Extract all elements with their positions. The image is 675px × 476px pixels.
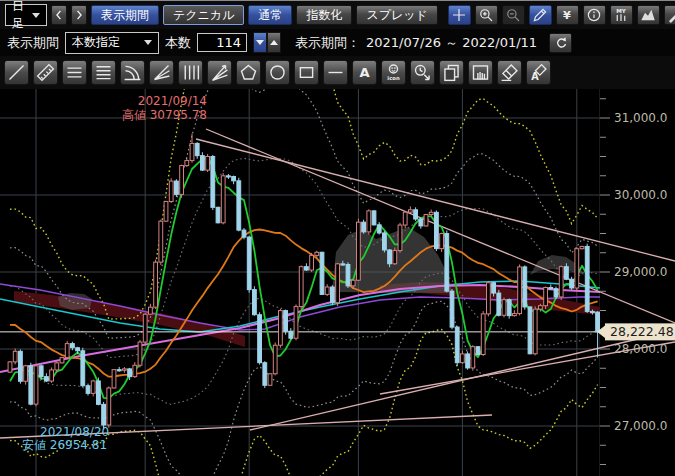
chart-annotation: 高値 30795.78 [122,108,207,122]
candle [507,300,511,316]
indexed-button[interactable]: 指数化 [296,5,352,25]
candle [591,311,595,312]
count-input[interactable] [197,33,247,52]
candle [450,291,454,327]
toolbar-text-buttons: 表示期間テクニカル通常指数化スプレッド [91,5,438,25]
chevron-left-icon [52,8,66,22]
text-tool-button[interactable]: A [352,60,377,85]
vertical-lines-tool-button[interactable] [178,60,203,85]
triangle-down-icon [256,40,264,45]
candle [533,309,537,354]
count-increment-button[interactable] [267,32,281,53]
info-button[interactable] [583,5,606,25]
candle [539,306,543,309]
settings-wrench-button[interactable] [664,5,675,25]
eraser-tool-button[interactable] [497,60,522,85]
display-period-button[interactable]: 表示期間 [91,5,159,25]
fan-lines-tool-button[interactable] [149,60,174,85]
speed-lines-tool-button[interactable] [207,60,232,85]
candle [461,354,465,363]
technical-button[interactable]: テクニカル [163,5,244,25]
eraser-text-tool-button[interactable]: A [526,60,551,85]
chevron-right-icon [72,8,86,22]
ruler-tool-button[interactable] [33,60,58,85]
candle [351,280,355,286]
candle [294,307,298,339]
candle [154,262,158,307]
crosshair-plus-button[interactable] [448,5,471,25]
horizontal-line-icon [325,62,346,83]
candle [60,358,64,363]
candle [440,234,444,249]
fibonacci-arcs-tool-button[interactable] [120,60,145,85]
icon-stamp-tool-button[interactable]: icon [381,60,406,85]
zoom-in-button[interactable] [475,5,498,25]
candle [299,267,303,307]
y-axis-label: 29,000.0 [614,265,667,279]
candle [190,143,194,160]
svg-text:A: A [359,65,370,80]
range-toolbar: 表示期間 本数指定 本数 表示期間： 2021/07/26 ～ 2022/01/… [0,29,675,56]
candle [357,222,361,280]
candle [169,181,173,201]
pentagon-icon [238,62,259,83]
eraser-icon [499,62,520,83]
candle [247,237,251,290]
chevron-down-icon [144,40,152,45]
duplicate-tool-button[interactable] [439,60,464,85]
candle [97,381,101,404]
pencil-button[interactable] [529,5,552,25]
history-undo-tool-button[interactable] [410,60,435,85]
zoom-out-icon [504,6,522,24]
pentagon-tool-button[interactable] [236,60,261,85]
spread-button[interactable]: スプレッド [356,5,437,25]
candle [34,366,38,404]
y-axis-label: 31,000.0 [614,111,667,125]
y-axis-label: 27,000.0 [614,419,667,433]
parallel-lines-3-tool-button[interactable] [62,60,87,85]
period-select[interactable]: 日足 [5,4,47,26]
candle [476,347,480,355]
candle [13,351,17,362]
candle [86,386,90,394]
candle [71,344,75,348]
svg-text:A: A [531,71,539,82]
parallel-lines-4-tool-button[interactable] [91,60,116,85]
rectangle-icon [296,62,317,83]
prev-button[interactable] [51,5,67,25]
draw-toolbar: AiconA [0,56,675,89]
candle [554,289,558,297]
ruler-icon [35,62,56,83]
next-button[interactable] [71,5,87,25]
horizontal-line-tool-button[interactable] [323,60,348,85]
trend-line-tool-button[interactable] [4,60,29,85]
reset-range-button[interactable] [549,33,572,53]
candle [258,315,262,363]
zoom-out-button[interactable] [502,5,525,25]
vertical-lines-icon [180,62,201,83]
price-chart-canvas[interactable]: 31,000.030,000.029,000.028,000.027,000.0… [0,89,675,476]
area-chart-icon [639,6,657,24]
ellipse-icon [267,62,288,83]
candle [398,225,402,251]
hand-select-icon [470,62,491,83]
normal-button[interactable]: 通常 [248,5,292,25]
hand-select-tool-button[interactable] [468,60,493,85]
ellipse-tool-button[interactable] [265,60,290,85]
rectangle-tool-button[interactable] [294,60,319,85]
speed-lines-icon [209,62,230,83]
candle [575,249,579,288]
chart-annotation: 2021/09/14 [138,94,207,108]
candle [502,300,506,316]
count-mode-select[interactable]: 本数指定 [65,32,159,54]
candle [497,293,501,315]
my-chart-button[interactable]: MY [610,5,633,25]
candle [81,351,85,386]
area-chart-button[interactable] [637,5,660,25]
yen-button[interactable]: ¥ [556,5,579,25]
candle [8,362,12,372]
icon-stamp-icon: icon [383,62,404,83]
count-decrement-button[interactable] [253,32,267,53]
candle [143,314,147,342]
svg-text:icon: icon [387,75,400,81]
